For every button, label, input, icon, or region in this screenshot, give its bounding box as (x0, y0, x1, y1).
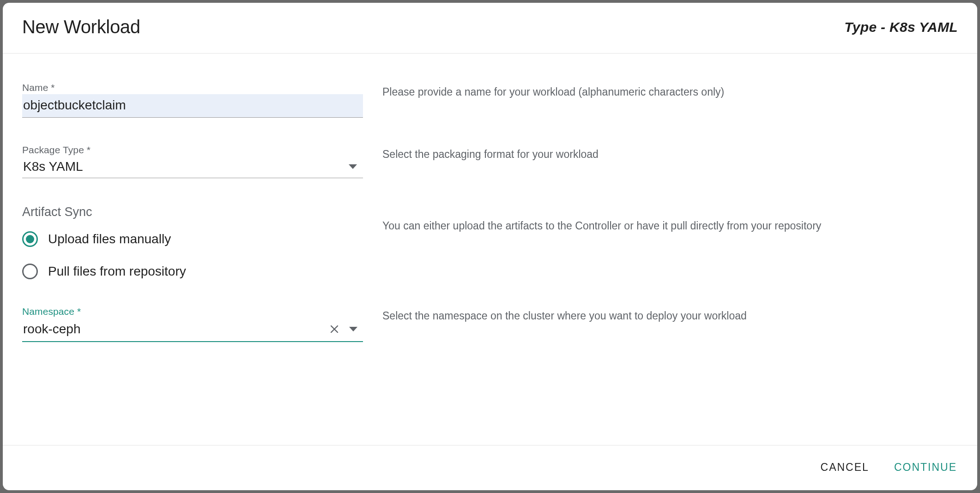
radio-pull-repository[interactable]: Pull files from repository (22, 264, 363, 279)
name-label: Name * (22, 82, 363, 93)
radio-pull-label: Pull files from repository (48, 264, 186, 279)
radio-upload-label: Upload files manually (48, 232, 171, 246)
package-type-field: Package Type * K8s YAML (22, 144, 363, 178)
row-name: Name * Please provide a name for your wo… (22, 82, 958, 118)
artifact-sync-helper: You can either upload the artifacts to t… (382, 218, 958, 234)
new-workload-dialog: New Workload Type - K8s YAML Name * Plea… (3, 3, 977, 490)
dialog-header: New Workload Type - K8s YAML (3, 3, 977, 54)
dropdown-caret-icon (345, 159, 360, 174)
row-package-type: Package Type * K8s YAML Select the packa… (22, 144, 958, 178)
radio-icon-unselected (22, 264, 38, 279)
clear-icon[interactable] (327, 322, 342, 337)
artifact-sync-field: Artifact Sync Upload files manually Pull… (22, 205, 363, 279)
dialog-body: Name * Please provide a name for your wo… (3, 54, 977, 445)
package-type-helper: Select the packaging format for your wor… (382, 146, 958, 162)
cancel-button[interactable]: CANCEL (818, 457, 872, 477)
name-input[interactable] (22, 94, 363, 117)
artifact-sync-radio-group: Upload files manually Pull files from re… (22, 231, 363, 279)
dialog-title: New Workload (22, 17, 140, 37)
namespace-input[interactable] (23, 320, 323, 338)
name-helper-col: Please provide a name for your workload … (382, 82, 958, 100)
namespace-helper: Select the namespace on the cluster wher… (382, 308, 958, 324)
artifact-sync-helper-col: You can either upload the artifacts to t… (382, 205, 958, 234)
namespace-combobox[interactable] (22, 318, 363, 342)
dialog-type: Type - K8s YAML (844, 19, 958, 35)
name-input-wrapper (22, 94, 363, 118)
namespace-helper-col: Select the namespace on the cluster wher… (382, 306, 958, 324)
dropdown-caret-icon[interactable] (345, 322, 361, 337)
package-type-value: K8s YAML (23, 159, 345, 174)
package-type-label: Package Type * (22, 144, 363, 156)
radio-upload-manually[interactable]: Upload files manually (22, 231, 363, 247)
package-type-select[interactable]: K8s YAML (22, 156, 363, 178)
namespace-field: Namespace * (22, 306, 363, 342)
type-value: K8s YAML (889, 19, 958, 35)
row-artifact-sync: Artifact Sync Upload files manually Pull… (22, 205, 958, 279)
radio-icon-selected (22, 231, 38, 247)
namespace-label: Namespace * (22, 306, 363, 317)
artifact-sync-heading: Artifact Sync (22, 205, 363, 219)
dialog-footer: CANCEL CONTINUE (3, 445, 977, 490)
name-field: Name * (22, 82, 363, 118)
row-namespace: Namespace * Select the namespace on the … (22, 306, 958, 342)
continue-button[interactable]: CONTINUE (891, 457, 960, 477)
type-prefix: Type - (844, 19, 889, 35)
package-type-helper-col: Select the packaging format for your wor… (382, 144, 958, 162)
name-helper: Please provide a name for your workload … (382, 84, 958, 100)
